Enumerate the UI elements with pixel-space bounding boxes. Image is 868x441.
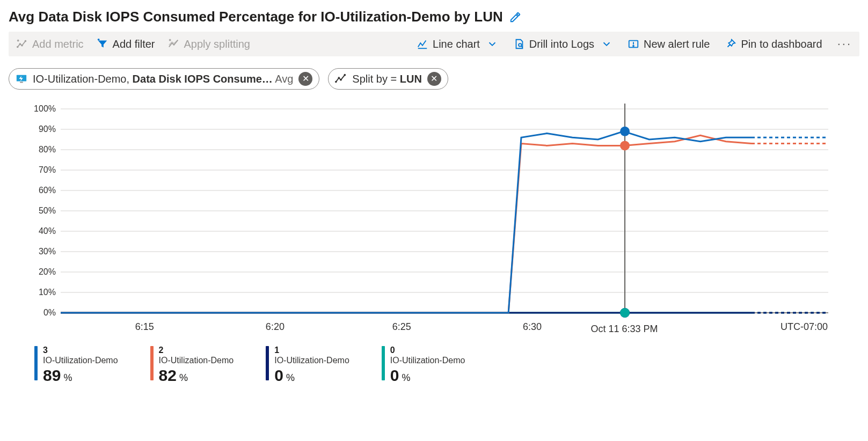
svg-rect-8 bbox=[20, 82, 23, 83]
metric-pill-aggregation: Avg bbox=[275, 73, 293, 85]
legend-resource: IO-Utilization-Demo bbox=[43, 356, 118, 365]
svg-point-26 bbox=[620, 141, 630, 150]
legend-value: 0 % bbox=[390, 366, 465, 385]
pin-label: Pin to dashboard bbox=[741, 38, 822, 50]
chart[interactable]: 0%10%20%30%40%50%60%70%80%90%100% UTC-07… bbox=[9, 104, 859, 336]
legend-value: 82 % bbox=[159, 366, 234, 385]
toolbar: Add metric Add filter Apply splitting Li… bbox=[9, 32, 859, 56]
add-filter-label: Add filter bbox=[113, 38, 155, 50]
y-tick-label: 30% bbox=[39, 247, 56, 256]
metric-pill[interactable]: IO-Utilization-Demo, Data Disk IOPS Cons… bbox=[9, 68, 319, 90]
svg-point-1 bbox=[19, 43, 20, 45]
x-tick-label: 6:25 bbox=[392, 321, 411, 333]
drill-logs-label: Drill into Logs bbox=[529, 38, 594, 50]
svg-point-25 bbox=[620, 127, 630, 136]
apply-splitting-label: Apply splitting bbox=[184, 38, 250, 50]
edit-icon[interactable] bbox=[509, 11, 521, 23]
split-pill-value: LUN bbox=[400, 73, 422, 85]
legend: 3IO-Utilization-Demo89 %2IO-Utilization-… bbox=[34, 346, 859, 385]
split-pill-icon bbox=[335, 73, 347, 85]
cursor-time-label: Oct 11 6:33 PM bbox=[591, 324, 658, 335]
chart-type-button[interactable]: Line chart bbox=[417, 38, 498, 50]
y-tick-label: 40% bbox=[39, 226, 56, 236]
svg-point-10 bbox=[339, 77, 340, 78]
line-chart-icon bbox=[417, 38, 428, 50]
legend-item[interactable]: 2IO-Utilization-Demo82 % bbox=[150, 346, 234, 385]
split-pill[interactable]: Split by = LUN ✕ bbox=[328, 68, 448, 90]
y-tick-label: 50% bbox=[39, 206, 56, 216]
legend-value: 89 % bbox=[43, 366, 118, 385]
legend-color-bar bbox=[34, 346, 38, 380]
y-tick-label: 60% bbox=[39, 186, 56, 195]
pin-button[interactable]: Pin to dashboard bbox=[725, 38, 822, 50]
legend-item[interactable]: 1IO-Utilization-Demo0 % bbox=[266, 346, 349, 385]
legend-resource: IO-Utilization-Demo bbox=[159, 356, 234, 365]
more-button[interactable]: ··· bbox=[837, 37, 852, 51]
page-title: Avg Data Disk IOPS Consumed Percentage f… bbox=[9, 9, 503, 25]
toolbar-right: Line chart Drill into Logs New alert rul… bbox=[417, 37, 852, 51]
add-metric-button[interactable]: Add metric bbox=[16, 38, 84, 50]
legend-item[interactable]: 0IO-Utilization-Demo0 % bbox=[382, 346, 465, 385]
timezone-label: UTC-07:00 bbox=[781, 321, 828, 333]
metric-pill-metric: Data Disk IOPS Consume… bbox=[133, 73, 273, 85]
plot-svg bbox=[61, 104, 828, 318]
legend-lun: 0 bbox=[390, 346, 465, 355]
add-metric-label: Add metric bbox=[32, 38, 84, 50]
svg-point-9 bbox=[335, 82, 337, 83]
metric-pill-remove[interactable]: ✕ bbox=[298, 72, 312, 86]
alert-icon bbox=[628, 38, 639, 50]
y-tick-label: 70% bbox=[39, 165, 56, 175]
legend-color-bar bbox=[150, 346, 154, 380]
plot-area[interactable] bbox=[60, 104, 828, 318]
y-tick-label: 90% bbox=[39, 124, 56, 134]
drill-logs-button[interactable]: Drill into Logs bbox=[513, 38, 612, 50]
split-pill-remove[interactable]: ✕ bbox=[427, 72, 441, 86]
legend-item[interactable]: 3IO-Utilization-Demo89 % bbox=[34, 346, 118, 385]
legend-color-bar bbox=[266, 346, 269, 380]
chevron-down-icon bbox=[601, 38, 612, 50]
svg-point-3 bbox=[25, 41, 26, 42]
x-tick-label: 6:15 bbox=[135, 321, 154, 333]
x-axis: UTC-07:00 6:156:206:256:30Oct 11 6:33 PM bbox=[60, 321, 828, 336]
x-tick-label: 6:30 bbox=[523, 321, 542, 333]
y-tick-label: 100% bbox=[34, 104, 56, 114]
legend-lun: 2 bbox=[159, 346, 234, 355]
chevron-down-icon bbox=[486, 38, 498, 50]
svg-point-0 bbox=[17, 47, 18, 48]
chart-type-label: Line chart bbox=[433, 38, 480, 50]
add-metric-icon bbox=[16, 38, 28, 50]
y-tick-label: 10% bbox=[39, 288, 56, 297]
svg-point-12 bbox=[345, 75, 346, 76]
apply-splitting-button[interactable]: Apply splitting bbox=[168, 38, 250, 50]
pin-icon bbox=[725, 38, 736, 50]
filter-icon bbox=[97, 38, 108, 50]
add-filter-button[interactable]: Add filter bbox=[97, 38, 155, 50]
new-alert-label: New alert rule bbox=[644, 38, 710, 50]
y-tick-label: 0% bbox=[43, 308, 56, 318]
svg-point-6 bbox=[633, 46, 634, 47]
pill-row: IO-Utilization-Demo, Data Disk IOPS Cons… bbox=[9, 68, 859, 90]
legend-lun: 3 bbox=[43, 346, 118, 355]
legend-color-bar bbox=[382, 346, 385, 380]
title-row: Avg Data Disk IOPS Consumed Percentage f… bbox=[9, 9, 859, 25]
metric-pill-resource: IO-Utilization-Demo bbox=[33, 73, 126, 85]
new-alert-button[interactable]: New alert rule bbox=[628, 38, 710, 50]
legend-resource: IO-Utilization-Demo bbox=[274, 356, 349, 365]
legend-resource: IO-Utilization-Demo bbox=[390, 356, 465, 365]
legend-lun: 1 bbox=[274, 346, 349, 355]
svg-point-11 bbox=[340, 79, 341, 80]
y-tick-label: 80% bbox=[39, 145, 56, 155]
y-axis-labels: 0%10%20%30%40%50%60%70%80%90%100% bbox=[9, 104, 56, 318]
split-pill-label: Split by bbox=[352, 73, 388, 85]
split-icon bbox=[168, 38, 180, 50]
vm-icon bbox=[16, 73, 27, 85]
legend-value: 0 % bbox=[274, 366, 349, 385]
logs-icon bbox=[513, 38, 525, 50]
x-tick-label: 6:20 bbox=[266, 321, 285, 333]
svg-point-28 bbox=[620, 308, 630, 318]
y-tick-label: 20% bbox=[39, 267, 56, 277]
svg-point-2 bbox=[21, 45, 23, 46]
